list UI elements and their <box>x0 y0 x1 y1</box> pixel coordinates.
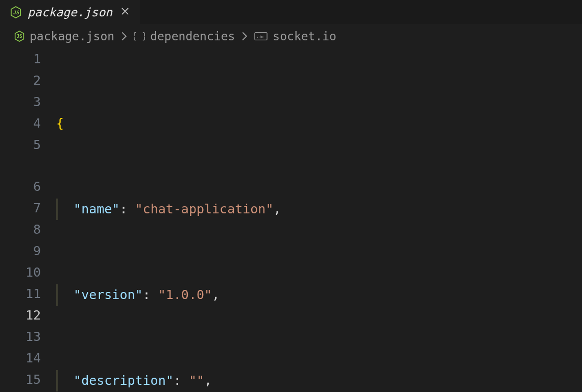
line-number: 4 <box>0 113 41 134</box>
code-line[interactable]: "description": "", <box>56 370 582 391</box>
svg-text:JS: JS <box>16 33 22 39</box>
breadcrumb-file[interactable]: JS package.json <box>14 30 114 43</box>
line-number-gutter: 1 2 3 4 5 6 7 8 9 10 11 12 13 14 15 <box>0 48 56 392</box>
tab-package-json[interactable]: JS package.json <box>0 0 140 24</box>
code-content[interactable]: { "name": "chat-application", "version":… <box>56 48 582 392</box>
breadcrumb-file-label: package.json <box>30 30 114 43</box>
svg-text:JS: JS <box>13 10 19 15</box>
line-number: 3 <box>0 91 41 113</box>
breadcrumb-socketio-label: socket.io <box>273 30 336 43</box>
line-number: 13 <box>0 326 41 348</box>
svg-text:abc: abc <box>257 34 265 39</box>
svg-text:{ }: { } <box>134 31 145 41</box>
line-number: 1 <box>0 48 41 70</box>
line-number: 14 <box>0 348 41 369</box>
breadcrumb-dependencies[interactable]: { } dependencies <box>134 30 235 43</box>
close-icon[interactable] <box>118 5 132 19</box>
nodejs-icon: JS <box>14 31 25 42</box>
chevron-right-icon <box>241 31 248 41</box>
breadcrumb: JS package.json { } dependencies abc soc… <box>0 24 582 48</box>
string-symbol-icon: abc <box>254 32 268 41</box>
tab-label: package.json <box>28 6 112 19</box>
line-number: 7 <box>0 198 41 219</box>
tab-bar: JS package.json <box>0 0 582 24</box>
line-number: 12 <box>0 305 41 326</box>
line-number: 10 <box>0 262 41 283</box>
line-number: 2 <box>0 70 41 91</box>
line-number: 15 <box>0 369 41 390</box>
breadcrumb-dependencies-label: dependencies <box>150 30 235 43</box>
line-number: 5 <box>0 134 41 156</box>
chevron-right-icon <box>120 31 128 41</box>
code-editor[interactable]: 1 2 3 4 5 6 7 8 9 10 11 12 13 14 15 { "n… <box>0 48 582 392</box>
line-number: 11 <box>0 283 41 305</box>
code-line[interactable]: "version": "1.0.0", <box>56 284 582 306</box>
line-number: 9 <box>0 240 41 262</box>
braces-icon: { } <box>134 31 145 41</box>
breadcrumb-socketio[interactable]: abc socket.io <box>254 30 336 43</box>
code-line[interactable]: { <box>56 113 582 134</box>
nodejs-icon: JS <box>10 6 21 18</box>
code-line[interactable]: "name": "chat-application", <box>56 199 582 220</box>
line-number: 8 <box>0 219 41 240</box>
line-number: 6 <box>0 176 41 198</box>
